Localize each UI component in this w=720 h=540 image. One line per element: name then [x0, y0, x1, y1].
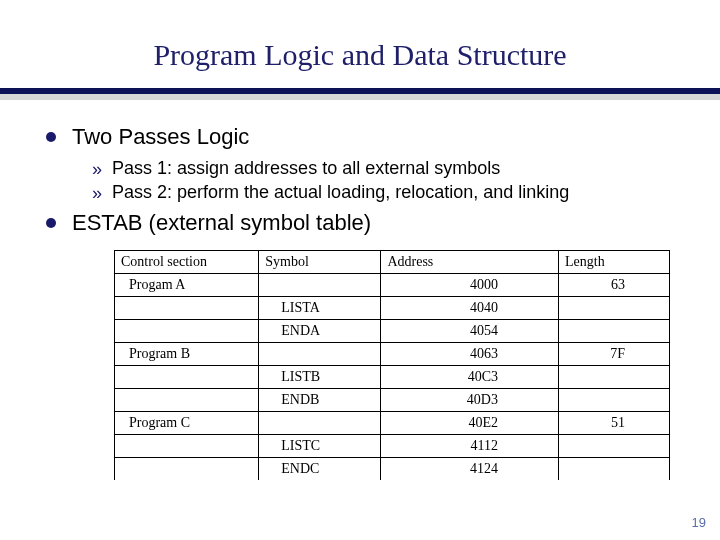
- bullet-item: ESTAB (external symbol table): [46, 210, 674, 236]
- page-number: 19: [692, 515, 706, 530]
- table-row: ENDB 40D3: [115, 389, 670, 412]
- cell-symbol: LISTB: [259, 366, 381, 389]
- divider: [0, 88, 720, 100]
- cell-length: [558, 320, 669, 343]
- table-row: LISTB 40C3: [115, 366, 670, 389]
- cell-address: 4054: [381, 320, 559, 343]
- table-row: Program B 4063 7F: [115, 343, 670, 366]
- cell-length: [558, 458, 669, 481]
- col-header-address: Address: [381, 251, 559, 274]
- cell-symbol: ENDA: [259, 320, 381, 343]
- cell-address: 4124: [381, 458, 559, 481]
- cell-symbol: LISTA: [259, 297, 381, 320]
- cell-address: 4063: [381, 343, 559, 366]
- cell-control-section: [115, 389, 259, 412]
- estab-table: Control section Symbol Address Length Pr…: [114, 250, 670, 480]
- col-header-control-section: Control section: [115, 251, 259, 274]
- bullet-icon: [46, 218, 56, 228]
- cell-address: 4112: [381, 435, 559, 458]
- slide-title: Program Logic and Data Structure: [0, 0, 720, 72]
- col-header-length: Length: [558, 251, 669, 274]
- sub-bullet-item: » Pass 1: assign addresses to all extern…: [92, 158, 674, 180]
- cell-length: [558, 389, 669, 412]
- cell-symbol: [259, 343, 381, 366]
- chevron-icon: »: [92, 158, 102, 180]
- col-header-symbol: Symbol: [259, 251, 381, 274]
- cell-address: 40E2: [381, 412, 559, 435]
- cell-length: 7F: [558, 343, 669, 366]
- cell-control-section: [115, 435, 259, 458]
- cell-address: 40D3: [381, 389, 559, 412]
- cell-address: 40C3: [381, 366, 559, 389]
- cell-length: [558, 435, 669, 458]
- cell-control-section: [115, 320, 259, 343]
- table-row: ENDC 4124: [115, 458, 670, 481]
- cell-length: [558, 297, 669, 320]
- table-row: ENDA 4054: [115, 320, 670, 343]
- cell-symbol: [259, 412, 381, 435]
- cell-symbol: ENDC: [259, 458, 381, 481]
- table-row: Progam A 4000 63: [115, 274, 670, 297]
- bullet-text: ESTAB (external symbol table): [72, 210, 371, 236]
- cell-control-section: [115, 366, 259, 389]
- cell-symbol: LISTC: [259, 435, 381, 458]
- cell-length: 51: [558, 412, 669, 435]
- bullet-item: Two Passes Logic: [46, 124, 674, 150]
- bullet-text: Two Passes Logic: [72, 124, 249, 150]
- table-header-row: Control section Symbol Address Length: [115, 251, 670, 274]
- cell-control-section: [115, 297, 259, 320]
- cell-control-section: Progam A: [115, 274, 259, 297]
- sub-bullet-item: » Pass 2: perform the actual loading, re…: [92, 182, 674, 204]
- cell-length: 63: [558, 274, 669, 297]
- slide: Program Logic and Data Structure Two Pas…: [0, 0, 720, 540]
- cell-control-section: Program B: [115, 343, 259, 366]
- table-row: Program C 40E2 51: [115, 412, 670, 435]
- sub-bullet-text: Pass 2: perform the actual loading, relo…: [112, 182, 569, 203]
- slide-body: Two Passes Logic » Pass 1: assign addres…: [0, 100, 720, 480]
- sub-bullet-text: Pass 1: assign addresses to all external…: [112, 158, 500, 179]
- cell-length: [558, 366, 669, 389]
- table-row: LISTA 4040: [115, 297, 670, 320]
- cell-control-section: Program C: [115, 412, 259, 435]
- table-row: LISTC 4112: [115, 435, 670, 458]
- sub-list: » Pass 1: assign addresses to all extern…: [92, 158, 674, 204]
- cell-symbol: ENDB: [259, 389, 381, 412]
- cell-address: 4000: [381, 274, 559, 297]
- cell-symbol: [259, 274, 381, 297]
- chevron-icon: »: [92, 182, 102, 204]
- estab-table-wrap: Control section Symbol Address Length Pr…: [114, 250, 670, 480]
- bullet-icon: [46, 132, 56, 142]
- cell-control-section: [115, 458, 259, 481]
- cell-address: 4040: [381, 297, 559, 320]
